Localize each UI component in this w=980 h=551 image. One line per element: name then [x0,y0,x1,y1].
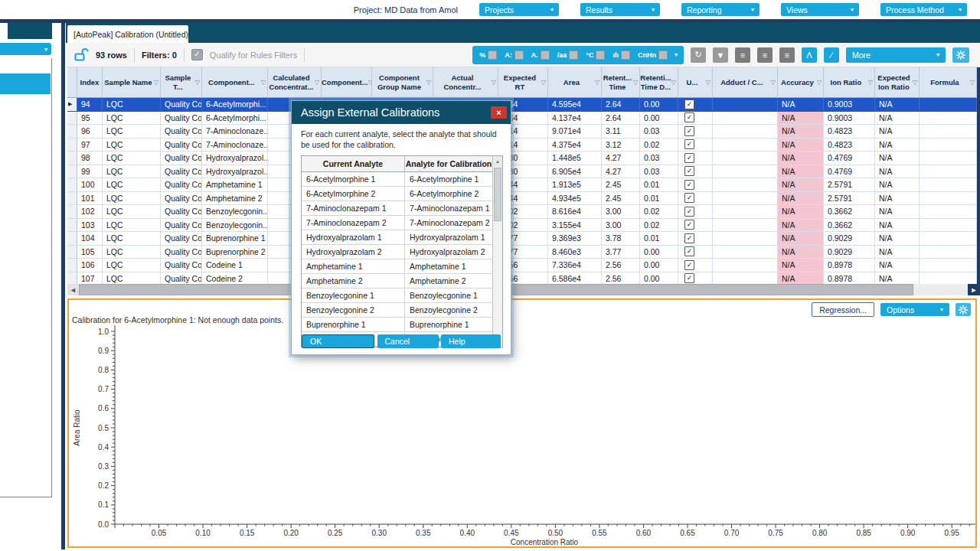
options-dropdown[interactable]: Options ▾ [880,303,949,316]
column-header-index[interactable]: Index [77,67,103,98]
column-header-used[interactable]: U...▽ [678,67,713,98]
current-analyte-cell[interactable]: 7-Aminoclonazepam 2 [302,216,405,230]
table-row[interactable]: 102LQCQuality Con...Benzoylecgonin...3.0… [67,205,977,219]
menu-process-method[interactable]: Process Method▾ [880,3,967,16]
filter-icon[interactable]: ▽ [492,79,498,86]
more-dropdown[interactable]: More▾ [846,47,946,63]
table-row[interactable]: 96LQCQuality Con...7-Aminoclonaze...3.14… [67,125,977,139]
column-header-formula[interactable]: Formula▽ [920,67,977,98]
table-row[interactable]: 95LQCQuality Con...6-Acetylmorphi...2.64… [67,112,977,126]
peak-button[interactable]: Λ [802,47,817,63]
ok-button[interactable]: OK [302,334,374,348]
table-row[interactable]: 99LQCQuality Con...Hydroxyalprazol...4.3… [67,165,977,179]
format-toggle-checkbox[interactable] [621,51,630,60]
calibration-analyte-cell[interactable]: Buprenorphine 1 [405,318,492,331]
scientific-notation-button[interactable]: /aa [554,47,582,63]
dialog-scrollbar-thumb[interactable] [494,168,501,221]
percent-format-button[interactable]: % [476,47,500,63]
filter-icon[interactable]: ▽ [541,79,547,86]
view-settings-icon[interactable] [956,303,971,316]
filter-icon[interactable]: ▽ [706,79,712,86]
menu-results[interactable]: Results▾ [580,3,660,16]
table-row[interactable]: ▶94LQCQuality Con...6-Acetylmorphi...2.6… [67,98,977,112]
filter-icon[interactable]: ▽ [595,79,601,86]
calibration-analyte-cell[interactable]: Amphetamine 1 [405,259,492,273]
format-toggle-checkbox[interactable] [596,51,605,60]
filter-icon[interactable]: ▽ [970,79,976,86]
current-analyte-cell[interactable]: Amphetamine 1 [302,259,405,273]
column-header-area[interactable]: Area▽ [548,67,602,98]
row-selector[interactable] [67,178,77,192]
filter-icon[interactable]: ▽ [261,79,267,86]
analyte-row[interactable]: Benzoylecgonine 2Benzoylecgonine 2 [302,303,492,318]
row-selector[interactable] [67,259,77,272]
analyte-row[interactable]: Amphetamine 2Amphetamine 2 [302,274,492,289]
calibration-analyte-cell[interactable]: Benzoylecgonine 2 [405,303,492,317]
table-row[interactable]: 103LQCQuality Con...Benzoylecgonin...3.0… [67,219,977,233]
column-header-expected_ion_ratio[interactable]: Expected Ion Ratio▽ [875,67,920,98]
current-analyte-cell[interactable]: Hydroxyalprazolam 1 [302,230,405,244]
calibration-analyte-cell[interactable]: Benzoylecgonine 1 [405,289,492,302]
calibration-analyte-cell[interactable]: 7-Aminoclonazepam 2 [405,216,492,230]
row-selector[interactable] [67,205,77,219]
filter-icon[interactable]: ▽ [817,79,823,86]
chromatogram-button[interactable]: ılı [609,47,633,63]
calibration-analyte-cell[interactable]: Amphetamine 2 [405,274,492,288]
calibration-analyte-cell[interactable]: 6-Acetylmorphine 1 [405,172,492,186]
table-row[interactable]: 100LQCQuality Con...Amphetamine 12.441.9… [67,178,977,192]
temperature-unit-button[interactable]: °C [583,47,608,63]
horizontal-scrollbar[interactable]: ◄ ► [67,284,980,295]
table-row[interactable]: 107LQCQuality Con...Codeine 22.566.586e4… [67,272,977,285]
row-selector[interactable] [67,272,77,285]
row-selector[interactable]: ▶ [67,98,77,112]
format-toggle-checkbox[interactable] [658,51,668,60]
row-density-large-button[interactable]: ≡ [779,47,795,63]
column-header-calculated_concentration[interactable]: Calculated Concentrat...▽ [268,67,322,98]
analyte-row[interactable]: 6-Acetylmorphine 16-Acetylmorphine 1 [302,172,492,187]
used-checkbox[interactable]: ✓ [684,99,694,109]
filter-icon[interactable]: ▽ [315,79,321,86]
column-header-actual_concentration[interactable]: Actual Concentr...▽ [433,67,498,98]
current-analyte-cell[interactable]: Buprenorphine 1 [302,318,405,331]
format-toggle-checkbox[interactable] [541,51,550,60]
table-row[interactable]: 98LQCQuality Con...Hydroxyalprazol...4.3… [67,152,977,165]
row-density-compact-button[interactable]: ≡ [735,47,750,63]
current-analyte-cell[interactable]: Hydroxyalprazolam 2 [302,245,405,259]
calibration-analyte-cell[interactable]: 6-Acetylmorphine 2 [405,187,492,201]
column-header-retention_time[interactable]: Retent... Time▽ [602,67,640,98]
panel-splitter[interactable] [60,23,66,549]
column-header-expected_rt[interactable]: Expected RT▽ [498,67,548,98]
column-header-component[interactable]: Component...▽ [202,67,268,98]
column-header-accuracy[interactable]: Accuracy▽ [778,67,824,98]
row-density-medium-button[interactable]: ≡ [757,47,773,63]
row-selector[interactable] [67,219,77,233]
row-selector[interactable] [67,139,77,152]
current-analyte-cell[interactable]: Amphetamine 2 [302,274,405,288]
filter-icon[interactable]: ▽ [868,79,874,86]
row-selector[interactable] [67,125,77,139]
used-checkbox[interactable]: ✓ [684,233,694,243]
current-analyte-cell[interactable]: 6-Acetylmorphine 1 [302,172,405,186]
dialog-scrollbar[interactable]: ▲ ▼ [492,156,502,347]
current-analyte-cell[interactable]: Benzoylecgonine 1 [302,289,405,302]
filter-icon[interactable]: ▽ [195,79,201,86]
row-selector[interactable] [67,165,77,179]
filter-icon[interactable]: ▽ [671,79,678,86]
row-selector[interactable] [67,152,77,165]
table-row[interactable]: 106LQCQuality Con...Codeine 12.567.336e4… [67,259,977,272]
row-selector[interactable] [67,112,77,126]
current-analyte-cell[interactable]: 7-Aminoclonazepam 1 [302,201,405,215]
cancel-button[interactable]: Cancel [377,334,439,348]
used-checkbox[interactable]: ✓ [684,193,694,203]
format-toggle-checkbox[interactable] [488,51,497,60]
scroll-left-icon[interactable]: ◄ [67,284,79,295]
qualify-rules-checkbox[interactable]: ✓ [191,49,203,60]
used-checkbox[interactable]: ✓ [684,153,694,163]
table-row[interactable]: 105LQCQuality Con...Buprenorphine 23.778… [67,246,977,259]
menu-views[interactable]: Views▾ [781,3,859,16]
regression-button[interactable]: Regression... [812,302,874,317]
analyte-row[interactable]: 6-Acetylmorphine 26-Acetylmorphine 2 [302,187,492,201]
scroll-up-icon[interactable]: ▲ [493,156,502,167]
significant-figures-button[interactable]: A: [501,47,527,63]
menu-reporting[interactable]: Reporting▾ [681,3,760,16]
